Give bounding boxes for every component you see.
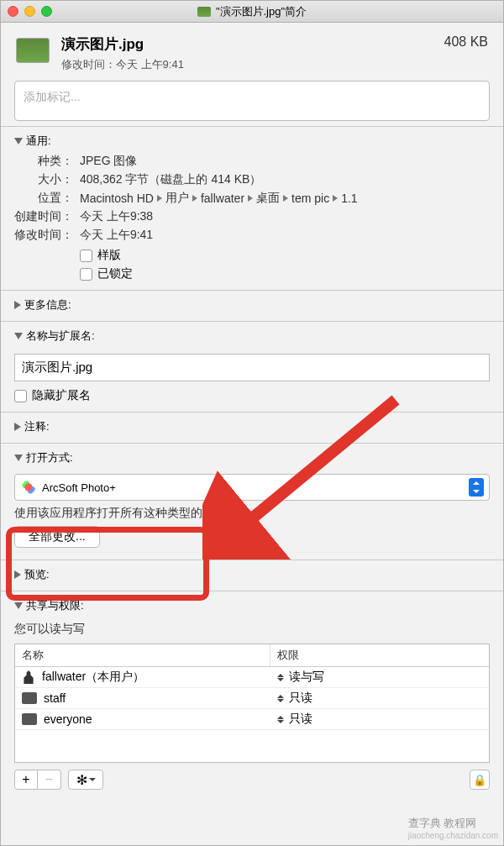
general-section: 通用: 种类：JPEG 图像 大小：408,362 字节（磁盘上的 414 KB… [1,126,503,290]
filename-input[interactable]: 演示图片.jpg [14,354,490,381]
moreinfo-section: 更多信息: [1,290,503,321]
minimize-button[interactable] [24,6,35,17]
breadcrumb-part: tem pic [291,192,329,205]
nameext-disclosure[interactable]: 名称与扩展名: [14,325,490,347]
where-breadcrumb: Macintosh HD 用户 fallwater 桌面 tem pic 1.1 [80,191,358,206]
gear-icon: ✻ [76,772,87,788]
chevron-down-icon [14,455,23,461]
stationery-label: 样版 [97,248,121,263]
watermark: 查字典 教程网 jiaocheng.chazidan.com [408,816,498,840]
locked-checkbox-row[interactable]: 已锁定 [80,266,490,281]
tags-placeholder: 添加标记... [24,90,81,103]
openwith-title: 打开方式: [26,450,73,465]
chevron-right-icon [157,195,162,202]
chevron-right-icon [333,195,338,202]
file-size: 408 KB [444,34,488,50]
close-button[interactable] [8,6,18,17]
group-icon [22,692,37,704]
openwith-app: ArcSoft Photo+ [42,481,116,494]
modified-value: 今天 上午9:41 [80,228,153,243]
user-name: everyone [44,712,92,726]
chevron-right-icon [14,570,21,579]
sharing-title: 共享与权限: [26,598,84,613]
stationery-checkbox-row[interactable]: 样版 [80,248,490,263]
chevron-right-icon [14,301,21,309]
zoom-button[interactable] [41,6,52,17]
modified-label: 修改时间： [14,228,73,243]
thumbnail-icon [16,38,50,63]
hide-ext-label: 隐藏扩展名 [32,388,91,403]
tags-field[interactable]: 添加标记... [14,81,490,121]
locked-label: 已锁定 [97,266,133,281]
modified-label: 修改时间： [61,58,116,71]
svg-line-1 [228,400,396,539]
updown-icon [469,478,484,497]
permissions-table: 名称 权限 fallwater（本用户） 读与写 staff 只读 everyo… [14,644,490,763]
general-disclosure[interactable]: 通用: [14,130,490,152]
created-label: 创建时间： [14,209,73,224]
kind-value: JPEG 图像 [80,154,137,169]
chevron-right-icon [283,195,288,202]
kind-label: 种类： [14,154,73,169]
annotation-arrow [202,391,412,560]
privilege-value: 只读 [289,712,312,727]
you-can-text: 您可以读与写 [14,622,490,637]
table-row[interactable]: staff 只读 [15,688,489,709]
add-user-button[interactable]: + [14,770,38,790]
file-name: 演示图片.jpg [61,34,444,54]
breadcrumb-part: Macintosh HD [80,192,154,205]
size-label: 大小： [14,172,73,187]
lock-button[interactable]: 🔒 [470,770,490,790]
created-value: 今天 上午9:38 [80,209,153,224]
updown-icon[interactable] [277,674,284,681]
breadcrumb-part: 桌面 [256,191,280,206]
action-menu-button[interactable]: ✻ [68,770,103,790]
privilege-value: 只读 [289,691,312,706]
where-label: 位置： [14,191,73,206]
chevron-right-icon [248,195,253,202]
chevron-right-icon [14,423,21,431]
table-row[interactable]: everyone 只读 [15,709,489,730]
breadcrumb-part: 1.1 [341,192,357,205]
preview-disclosure[interactable]: 预览: [14,564,490,586]
preview-title: 预览: [24,567,50,582]
remove-user-button[interactable]: − [38,770,61,790]
user-name: staff [44,691,66,705]
table-row[interactable]: fallwater（本用户） 读与写 [15,667,489,688]
general-title: 通用: [26,134,51,149]
checkbox-icon[interactable] [14,390,27,402]
app-icon [22,481,35,494]
titlebar: "演示图片.jpg"简介 [1,1,503,23]
privilege-value: 读与写 [289,670,324,685]
breadcrumb-part: fallwater [201,192,244,205]
document-icon [197,7,211,17]
col-name-header[interactable]: 名称 [15,644,270,666]
comments-title: 注释: [24,419,50,434]
checkbox-icon[interactable] [80,250,92,262]
chevron-down-icon [14,602,23,609]
preview-section: 预览: [1,560,503,591]
updown-icon[interactable] [277,695,284,702]
change-all-button[interactable]: 全部更改... [14,526,100,548]
sharing-disclosure[interactable]: 共享与权限: [14,595,490,617]
chevron-down-icon [14,138,23,145]
col-priv-header[interactable]: 权限 [270,644,489,666]
user-name: fallwater（本用户） [42,670,144,685]
window-title: "演示图片.jpg"简介 [216,4,307,19]
nameext-title: 名称与扩展名: [26,328,95,344]
size-value: 408,362 字节（磁盘上的 414 KB） [80,172,261,187]
checkbox-icon[interactable] [80,268,92,281]
sharing-section: 共享与权限: 您可以读与写 名称 权限 fallwater（本用户） 读与写 s… [1,591,503,805]
group-icon [22,713,37,725]
person-icon [22,670,35,684]
chevron-down-icon [14,333,23,339]
updown-icon[interactable] [277,716,284,723]
modified-value: 今天 上午9:41 [116,58,184,71]
file-header: 演示图片.jpg 修改时间：今天 上午9:41 408 KB [1,23,503,79]
moreinfo-title: 更多信息: [24,297,71,313]
chevron-right-icon [192,195,197,202]
lock-icon: 🔒 [473,774,486,786]
moreinfo-disclosure[interactable]: 更多信息: [14,294,490,316]
breadcrumb-part: 用户 [165,191,189,206]
